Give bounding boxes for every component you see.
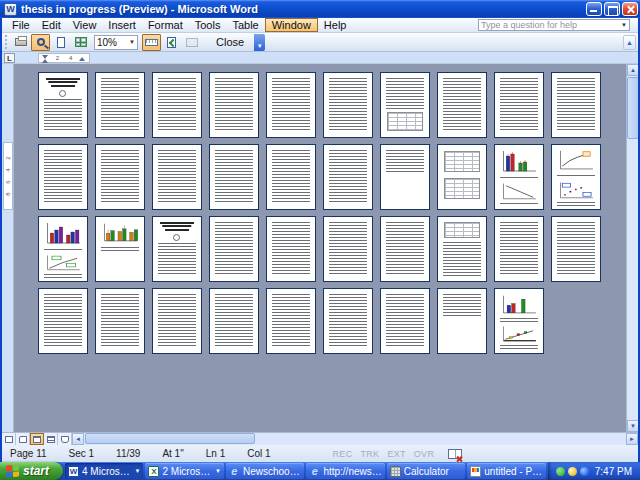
taskbar-button-calculator[interactable]: Calculator: [387, 463, 465, 479]
zoom-dropdown-icon[interactable]: ▼: [129, 39, 135, 45]
menu-table[interactable]: Table: [226, 19, 264, 32]
page-thumbnail-3[interactable]: [152, 72, 202, 138]
v-ruler-number: 2: [5, 156, 11, 159]
task-label: Calculator: [404, 466, 462, 477]
quicktime-icon[interactable]: [580, 467, 589, 476]
menu-format[interactable]: Format: [142, 19, 189, 32]
status-position: At 1": [162, 448, 183, 459]
web-layout-view-button[interactable]: [16, 433, 30, 445]
toolbar-options-button[interactable]: ▼: [254, 34, 265, 51]
menu-tools[interactable]: Tools: [189, 19, 227, 32]
page-thumbnail-8[interactable]: [437, 72, 487, 138]
scroll-down-icon[interactable]: ▼: [627, 420, 638, 432]
full-screen-button[interactable]: [182, 34, 201, 51]
close-preview-button[interactable]: Close: [208, 34, 252, 50]
page-thumbnail-16[interactable]: [323, 144, 373, 210]
page-thumbnail-18[interactable]: [437, 144, 487, 210]
menu-window[interactable]: Window: [265, 18, 318, 32]
text-lines: [500, 318, 539, 322]
right-indent-icon[interactable]: [79, 57, 85, 61]
normal-view-button[interactable]: [2, 433, 16, 445]
menu-insert[interactable]: Insert: [102, 19, 142, 32]
page-thumbnail-25[interactable]: [266, 216, 316, 282]
page-thumbnail-20[interactable]: [551, 144, 601, 210]
page-thumbnail-17[interactable]: [380, 144, 430, 210]
taskbar-button-excel-group[interactable]: X2 Microsoft O...▼: [145, 463, 223, 479]
page-thumbnail-21[interactable]: [38, 216, 88, 282]
minimize-button[interactable]: [586, 2, 602, 16]
vertical-scrollbar[interactable]: ▲ ▼: [626, 64, 638, 432]
page-thumbnail-39[interactable]: [494, 288, 544, 354]
toolbar-drag-handle[interactable]: [4, 35, 8, 50]
start-button[interactable]: start: [0, 462, 63, 480]
indent-marker-icon[interactable]: [42, 55, 48, 59]
page-thumbnail-11[interactable]: [38, 144, 88, 210]
page-thumbnail-34[interactable]: [209, 288, 259, 354]
hscroll-right-icon[interactable]: ►: [626, 433, 638, 445]
page-thumbnail-24[interactable]: [209, 216, 259, 282]
page-thumbnail-9[interactable]: [494, 72, 544, 138]
text-lines: [557, 222, 596, 277]
page-thumbnail-14[interactable]: [209, 144, 259, 210]
page-thumbnail-2[interactable]: [95, 72, 145, 138]
page-thumbnail-12[interactable]: [95, 144, 145, 210]
print-button[interactable]: [11, 34, 30, 51]
page-thumbnail-38[interactable]: [437, 288, 487, 354]
tab-selector-button[interactable]: L: [4, 53, 15, 63]
h-ruler-number: 2: [56, 55, 59, 61]
page-thumbnail-28[interactable]: [437, 216, 487, 282]
help-question-box[interactable]: Type a question for help ▼: [478, 19, 630, 31]
scroll-up-icon[interactable]: ▲: [627, 64, 638, 76]
taskbar-button-paint[interactable]: untitled - Paint: [467, 463, 545, 479]
page-thumbnail-33[interactable]: [152, 288, 202, 354]
page-thumbnail-1[interactable]: [38, 72, 88, 138]
taskbar-button-newschoolers[interactable]: eNewschoolers....: [226, 463, 304, 479]
taskbar-button-newsch-url[interactable]: ehttp://newsch...: [306, 463, 384, 479]
page-thumbnail-27[interactable]: [380, 216, 430, 282]
hscrollbar-thumb[interactable]: [85, 433, 255, 444]
toolbar-overflow-chevron[interactable]: ▲: [623, 35, 636, 50]
menu-help[interactable]: Help: [318, 19, 353, 32]
page-thumbnail-36[interactable]: [323, 288, 373, 354]
status-page-count: 11/39: [116, 448, 140, 459]
menu-file[interactable]: File: [6, 19, 36, 32]
restore-button[interactable]: [604, 2, 620, 16]
taskbar-button-word-group[interactable]: W4 Microsoft O...▼: [65, 463, 143, 479]
page-thumbnail-19[interactable]: [494, 144, 544, 210]
aim-icon[interactable]: [568, 467, 577, 476]
text-lines: [215, 78, 254, 133]
page-thumbnail-6[interactable]: [323, 72, 373, 138]
print-layout-view-button[interactable]: [30, 433, 44, 445]
page-thumbnail-22[interactable]: [95, 216, 145, 282]
reading-layout-view-button[interactable]: [58, 433, 72, 445]
hscroll-left-icon[interactable]: ◄: [72, 433, 84, 445]
page-thumbnail-30[interactable]: [551, 216, 601, 282]
page-thumbnail-15[interactable]: [266, 144, 316, 210]
page-thumbnail-4[interactable]: [209, 72, 259, 138]
zoom-combobox[interactable]: 10% ▼: [94, 35, 138, 50]
close-button[interactable]: [622, 2, 638, 16]
one-page-button[interactable]: [51, 34, 70, 51]
page-thumbnail-10[interactable]: [551, 72, 601, 138]
vscrollbar-thumb[interactable]: [627, 77, 638, 139]
help-dropdown-icon[interactable]: ▼: [621, 22, 627, 28]
magnifier-button[interactable]: [31, 34, 50, 51]
page-thumbnail-23[interactable]: [152, 216, 202, 282]
multiple-pages-button[interactable]: [71, 34, 90, 51]
page-thumbnail-13[interactable]: [152, 144, 202, 210]
page-thumbnail-7[interactable]: [380, 72, 430, 138]
page-thumbnail-26[interactable]: [323, 216, 373, 282]
menu-view[interactable]: View: [67, 19, 103, 32]
horizontal-scrollbar[interactable]: [84, 433, 626, 445]
page-thumbnail-32[interactable]: [95, 288, 145, 354]
shrink-to-fit-button[interactable]: [162, 34, 181, 51]
page-thumbnail-31[interactable]: [38, 288, 88, 354]
page-thumbnail-35[interactable]: [266, 288, 316, 354]
menu-edit[interactable]: Edit: [36, 19, 67, 32]
view-ruler-button[interactable]: [142, 34, 161, 51]
page-thumbnail-5[interactable]: [266, 72, 316, 138]
msn-icon[interactable]: [556, 467, 565, 476]
page-thumbnail-29[interactable]: [494, 216, 544, 282]
page-thumbnail-37[interactable]: [380, 288, 430, 354]
outline-view-button[interactable]: [44, 433, 58, 445]
